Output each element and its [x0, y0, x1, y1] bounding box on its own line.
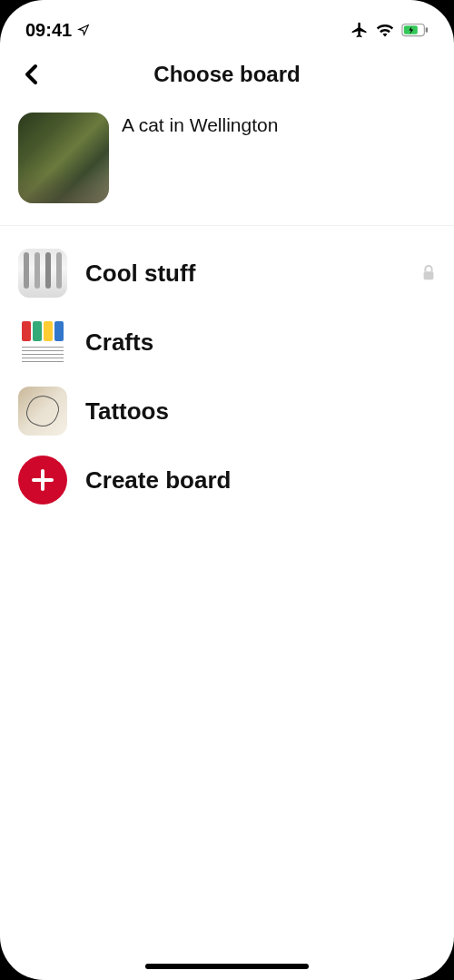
pin-thumbnail	[18, 113, 109, 203]
back-button[interactable]	[18, 62, 44, 87]
svg-rect-1	[426, 27, 428, 33]
board-name: Cool stuff	[85, 260, 403, 288]
board-name: Tattoos	[85, 397, 436, 426]
plus-icon	[31, 468, 54, 492]
create-board-button[interactable]: Create board	[18, 446, 436, 514]
board-name: Crafts	[85, 328, 436, 357]
pin-preview: A cat in Wellington	[0, 96, 454, 226]
board-row-crafts[interactable]: Crafts	[18, 308, 436, 377]
svg-rect-3	[424, 271, 434, 279]
home-indicator[interactable]	[145, 964, 309, 969]
lock-icon	[421, 265, 436, 281]
board-row-cool-stuff[interactable]: Cool stuff	[18, 239, 436, 308]
pin-title: A cat in Wellington	[122, 113, 278, 136]
chevron-left-icon	[24, 64, 38, 85]
boards-list: Cool stuff Crafts Tattoos Create board	[0, 226, 454, 514]
board-thumbnail	[18, 387, 67, 436]
airplane-mode-icon	[350, 21, 369, 39]
wifi-icon	[376, 23, 394, 37]
board-thumbnail	[18, 318, 67, 367]
create-board-label: Create board	[85, 466, 231, 495]
board-thumbnail	[18, 249, 67, 298]
location-arrow-icon	[77, 24, 90, 36]
page-title: Choose board	[18, 62, 436, 87]
board-row-tattoos[interactable]: Tattoos	[18, 377, 436, 446]
battery-charging-icon	[401, 23, 429, 37]
page-header: Choose board	[0, 45, 454, 96]
status-bar: 09:41	[0, 0, 454, 45]
status-time: 09:41	[25, 20, 72, 41]
add-circle-icon	[18, 456, 67, 505]
